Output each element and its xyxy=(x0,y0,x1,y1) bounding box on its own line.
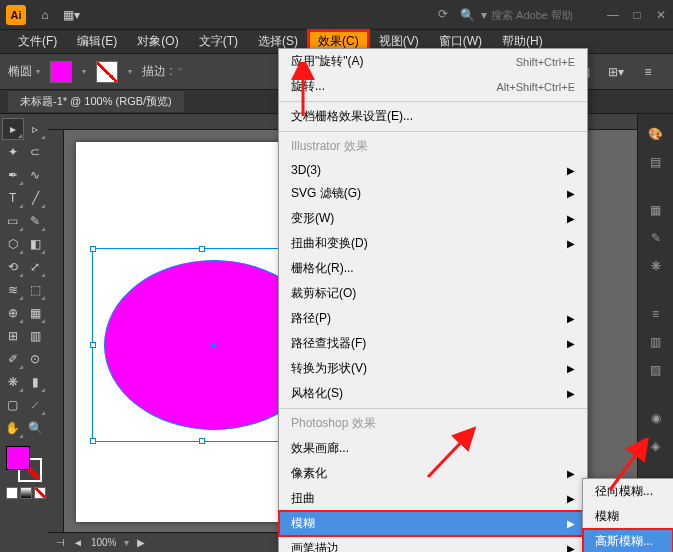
swatches-panel-icon[interactable]: ▦ xyxy=(642,198,670,222)
search-input[interactable] xyxy=(491,9,591,21)
fill-color-box[interactable] xyxy=(6,446,30,470)
color-guide-panel-icon[interactable]: ▤ xyxy=(642,150,670,174)
zoom-level[interactable]: 100% xyxy=(91,537,117,548)
menu-distort-ps[interactable]: 扭曲▶ xyxy=(279,486,587,511)
artboard-tool[interactable]: ▢ xyxy=(2,394,24,416)
search-icon: 🔍 xyxy=(460,8,475,22)
line-tool[interactable]: ╱ xyxy=(25,187,47,209)
blur-submenu: 径向模糊... 模糊 高斯模糊... xyxy=(582,478,673,552)
menu-separator xyxy=(279,131,587,132)
paintbrush-tool[interactable]: ✎ xyxy=(25,210,47,232)
workspace-switcher[interactable]: ▦▾ xyxy=(62,6,80,24)
eyedropper-tool[interactable]: ✐ xyxy=(2,348,24,370)
center-point-icon xyxy=(212,343,216,347)
shaper-tool[interactable]: ⬡ xyxy=(2,233,24,255)
minimize-button[interactable]: — xyxy=(607,9,619,21)
symbols-panel-icon[interactable]: ❋ xyxy=(642,254,670,278)
nav-first-icon[interactable]: ⊣ xyxy=(56,537,65,548)
menu-edit[interactable]: 编辑(E) xyxy=(67,30,127,53)
stroke-label: 描边 : xyxy=(142,63,173,80)
gradient-mode-icon[interactable] xyxy=(20,487,32,499)
shape-type-label: 椭圆▾ xyxy=(8,63,40,80)
submenu-gaussian-blur[interactable]: 高斯模糊... xyxy=(583,529,673,552)
menu-brush-strokes[interactable]: 画笔描边▶ xyxy=(279,536,587,552)
transform-panel-icon[interactable]: ⊞▾ xyxy=(605,63,627,81)
menu-apply-last[interactable]: 应用"旋转"(A)Shift+Ctrl+E xyxy=(279,49,587,74)
sync-icon[interactable]: ⟳ xyxy=(438,7,454,23)
close-button[interactable]: ✕ xyxy=(655,9,667,21)
menu-doc-raster-settings[interactable]: 文档栅格效果设置(E)... xyxy=(279,104,587,129)
submenu-radial-blur[interactable]: 径向模糊... xyxy=(583,479,673,504)
color-panel-icon[interactable]: 🎨 xyxy=(642,122,670,146)
type-tool[interactable]: T xyxy=(2,187,24,209)
rectangle-tool[interactable]: ▭ xyxy=(2,210,24,232)
brushes-panel-icon[interactable]: ✎ xyxy=(642,226,670,250)
ruler-vertical xyxy=(48,130,64,532)
hand-tool[interactable]: ✋ xyxy=(2,417,24,439)
direct-selection-tool[interactable]: ▹ xyxy=(25,118,46,140)
graph-tool[interactable]: ▮ xyxy=(25,371,47,393)
scale-tool[interactable]: ⤢ xyxy=(25,256,47,278)
menu-type[interactable]: 文字(T) xyxy=(189,30,248,53)
fill-swatch[interactable] xyxy=(50,61,72,83)
symbol-sprayer-tool[interactable]: ❋ xyxy=(2,371,24,393)
menu-distort-transform[interactable]: 扭曲和变换(D)▶ xyxy=(279,231,587,256)
menu-file[interactable]: 文件(F) xyxy=(8,30,67,53)
stroke-weight[interactable]: 描边 : ⌃ xyxy=(142,63,184,80)
rotate-tool[interactable]: ⟲ xyxy=(2,256,24,278)
mesh-tool[interactable]: ⊞ xyxy=(2,325,24,347)
shape-builder-tool[interactable]: ⊕ xyxy=(2,302,24,324)
nav-prev-icon[interactable]: ◄ xyxy=(73,537,83,548)
menu-path[interactable]: 路径(P)▶ xyxy=(279,306,587,331)
none-mode-icon[interactable] xyxy=(34,487,46,499)
lasso-tool[interactable]: ⊂ xyxy=(25,141,47,163)
toolbox: ▸▹ ✦⊂ ✒∿ T╱ ▭✎ ⬡◧ ⟲⤢ ≋⬚ ⊕▦ ⊞▥ ✐⊙ ❋▮ ▢⟋ ✋… xyxy=(0,114,48,552)
menu-stylize[interactable]: 风格化(S)▶ xyxy=(279,381,587,406)
menu-warp[interactable]: 变形(W)▶ xyxy=(279,206,587,231)
menu-svg-filter[interactable]: SVG 滤镜(G)▶ xyxy=(279,181,587,206)
curvature-tool[interactable]: ∿ xyxy=(25,164,47,186)
search-box[interactable]: 🔍 ▾ xyxy=(460,8,591,22)
menu-3d[interactable]: 3D(3)▶ xyxy=(279,159,587,181)
pen-tool[interactable]: ✒ xyxy=(2,164,24,186)
document-tab[interactable]: 未标题-1* @ 100% (RGB/预览) xyxy=(8,91,184,112)
menu-object[interactable]: 对象(O) xyxy=(127,30,188,53)
menu-crop-marks[interactable]: 裁剪标记(O) xyxy=(279,281,587,306)
menu-last-effect[interactable]: 旋转...Alt+Shift+Ctrl+E xyxy=(279,74,587,99)
menu-effect-gallery[interactable]: 效果画廊... xyxy=(279,436,587,461)
slice-tool[interactable]: ⟋ xyxy=(25,394,47,416)
fill-stroke-box[interactable] xyxy=(6,446,42,482)
zoom-dropdown-icon[interactable]: ▾ xyxy=(124,537,129,548)
menu-pixelate[interactable]: 像素化▶ xyxy=(279,461,587,486)
stroke-dropdown-icon[interactable]: ▾ xyxy=(128,67,132,76)
eraser-tool[interactable]: ◧ xyxy=(25,233,47,255)
fill-dropdown-icon[interactable]: ▾ xyxy=(82,67,86,76)
app-logo: Ai xyxy=(6,5,26,25)
menu-convert-shape[interactable]: 转换为形状(V)▶ xyxy=(279,356,587,381)
width-tool[interactable]: ≋ xyxy=(2,279,24,301)
nav-marker-icon: ▶ xyxy=(137,537,145,548)
appearance-panel-icon[interactable]: ◉ xyxy=(642,406,670,430)
home-icon[interactable]: ⌂ xyxy=(36,6,54,24)
blend-tool[interactable]: ⊙ xyxy=(25,348,47,370)
graphic-styles-panel-icon[interactable]: ◈ xyxy=(642,434,670,458)
panel-menu-icon[interactable]: ≡ xyxy=(637,63,659,81)
gradient-panel-icon[interactable]: ▥ xyxy=(642,330,670,354)
menu-blur[interactable]: 模糊▶ xyxy=(279,511,587,536)
stroke-panel-icon[interactable]: ≡ xyxy=(642,302,670,326)
gradient-tool[interactable]: ▥ xyxy=(25,325,47,347)
color-mode-icon[interactable] xyxy=(6,487,18,499)
submenu-blur-hidden[interactable]: 模糊 xyxy=(583,504,673,529)
magic-wand-tool[interactable]: ✦ xyxy=(2,141,24,163)
stroke-up-icon[interactable]: ⌃ xyxy=(177,67,184,76)
effect-menu-dropdown: 应用"旋转"(A)Shift+Ctrl+E 旋转...Alt+Shift+Ctr… xyxy=(278,48,588,552)
menu-pathfinder[interactable]: 路径查找器(F)▶ xyxy=(279,331,587,356)
free-transform-tool[interactable]: ⬚ xyxy=(25,279,47,301)
stroke-swatch[interactable] xyxy=(96,61,118,83)
selection-tool[interactable]: ▸ xyxy=(2,118,24,140)
maximize-button[interactable]: □ xyxy=(631,9,643,21)
transparency-panel-icon[interactable]: ▨ xyxy=(642,358,670,382)
zoom-tool[interactable]: 🔍 xyxy=(25,417,47,439)
menu-rasterize[interactable]: 栅格化(R)... xyxy=(279,256,587,281)
perspective-tool[interactable]: ▦ xyxy=(25,302,47,324)
